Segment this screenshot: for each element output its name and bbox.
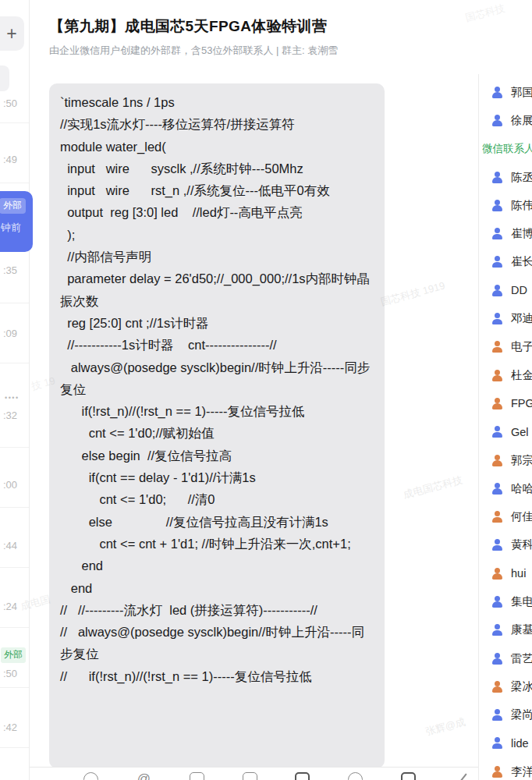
person-icon [491,115,503,126]
chat-header: 【第九期】成电国芯5天FPGA体验特训营 由企业微信用户创建的外部群，含53位外… [29,0,478,75]
chat-list-item-time[interactable]: :32 [3,410,17,421]
member-name: hui [511,567,526,580]
chat-list-divider [0,447,29,448]
member-list-item[interactable]: hui [479,559,532,587]
member-list-item[interactable]: 电子 [479,333,532,361]
external-badge: 外部 [1,647,26,663]
member-name: 邓迪 [511,311,532,326]
chat-list-item-time[interactable]: :24 [3,601,17,612]
member-list-item[interactable]: 杜金 [479,361,532,389]
member-name: 陈丞 [511,170,532,185]
chat-list-item-time[interactable]: :00 [3,479,17,491]
person-icon [491,285,503,296]
chat-list-divider [0,627,29,628]
chat-list-divider [0,363,29,363]
person-icon [491,653,503,665]
external-badge: 外部 [0,198,26,214]
chat-list-item-time[interactable]: :35 [3,264,17,276]
member-list-item[interactable]: 梁冰 [479,672,532,700]
member-list-item[interactable]: 崔博 [479,219,532,247]
member-name: 梁尚 [511,707,532,722]
person-icon [491,228,503,239]
mention-icon[interactable]: @ [137,772,151,780]
chat-list-item-time[interactable]: :49 [3,154,17,165]
input-toolbar: @ [29,767,478,780]
member-list-item[interactable]: Gel [479,418,532,446]
member-list-sidebar: 郭国徐展微信联系人陈丞陈伟崔博崔长DD邓迪电子杜金FPGGel郭宗哈哈何佳黄科h… [478,74,532,780]
emoji-icon[interactable] [83,772,98,780]
member-name: 黄科 [511,537,532,552]
chat-list-item-time[interactable]: :50 [3,668,17,679]
member-list-item[interactable]: 黄科 [479,531,532,559]
member-list-item[interactable]: 陈伟 [479,191,532,219]
person-icon [491,681,503,693]
member-list-item[interactable]: 崔长 [479,248,532,276]
person-icon [491,341,503,353]
chat-list-item-time[interactable]: :09 [3,328,17,339]
chat-list-divider [0,183,29,183]
member-name: lide [511,737,529,750]
member-list-item[interactable]: 郭国 [479,78,532,106]
member-name: 郭宗 [511,453,532,468]
member-name: 李洋 [511,764,532,779]
person-icon [491,539,503,551]
group-title: 【第九期】成电国芯5天FPGA体验特训营 [49,16,478,37]
history-icon[interactable] [348,772,363,780]
member-list-item[interactable]: DD [479,276,532,304]
member-name: 电子 [511,339,532,354]
add-chat-button[interactable]: + [0,16,24,51]
chat-list-item-time[interactable]: :42 [3,722,17,733]
person-icon [491,568,503,580]
screenshot-icon[interactable] [190,772,204,780]
member-list-item[interactable]: lide [479,729,532,757]
member-list-item[interactable]: 陈丞 [479,163,532,191]
member-list-item[interactable]: 哈哈 [479,474,532,502]
member-list-item[interactable]: 徐展 [479,106,532,134]
member-name: 哈哈 [511,481,532,496]
person-icon [491,256,503,268]
member-list-item[interactable]: 郭宗 [479,446,532,474]
chat-list-item-time[interactable]: :50 [3,98,17,109]
member-list-item[interactable]: 何佳 [479,502,532,530]
member-list-item[interactable]: FPG [479,389,532,417]
member-name: 徐展 [511,113,532,128]
member-name: DD [511,284,527,296]
person-icon [491,483,503,495]
chat-list-divider [0,122,29,123]
file-icon[interactable] [243,772,257,780]
person-icon [491,455,503,466]
image-icon[interactable] [295,772,310,780]
member-list-item[interactable]: 梁尚 [479,701,532,729]
chat-panel: 【第九期】成电国芯5天FPGA体验特训营 由企业微信用户创建的外部群，含53位外… [29,0,478,780]
member-list-item[interactable]: 邓迪 [479,304,532,332]
member-list-item[interactable]: 李洋 [479,757,532,780]
person-icon [491,370,503,381]
chat-avatar-stub [0,66,9,91]
chat-list-item-ellipsis[interactable]: •••• [5,394,20,402]
member-list-item[interactable]: 雷艺 [479,644,532,672]
member-name: 杜金 [511,368,532,383]
signature-icon[interactable] [454,772,469,780]
code-message-bubble[interactable]: `timescale 1ns / 1ps //实现1s流水灯----移位运算符/… [49,83,385,768]
chat-list-item-time[interactable]: :44 [3,540,17,551]
person-icon [491,766,503,778]
member-name: 何佳 [511,509,532,524]
member-list-item[interactable]: 集电 [479,587,532,615]
person-icon [491,200,503,211]
member-name: 集电 [511,594,532,609]
chat-list-divider [0,687,29,688]
member-name: Gel [511,426,529,438]
person-icon [491,426,503,438]
chat-record-icon[interactable] [401,772,416,780]
person-icon [491,624,503,636]
person-icon [491,172,503,183]
member-name: 梁冰 [511,679,532,694]
member-name: 崔博 [511,226,532,241]
chat-list-divider [0,507,29,508]
person-icon [491,398,503,410]
member-name: 陈伟 [511,198,532,213]
person-icon [491,709,503,721]
member-list-item[interactable]: 康基 [479,616,532,644]
chat-list-item-selected[interactable]: 外部钟前 [0,191,33,252]
chat-list-item-time: 钟前 [1,221,21,235]
